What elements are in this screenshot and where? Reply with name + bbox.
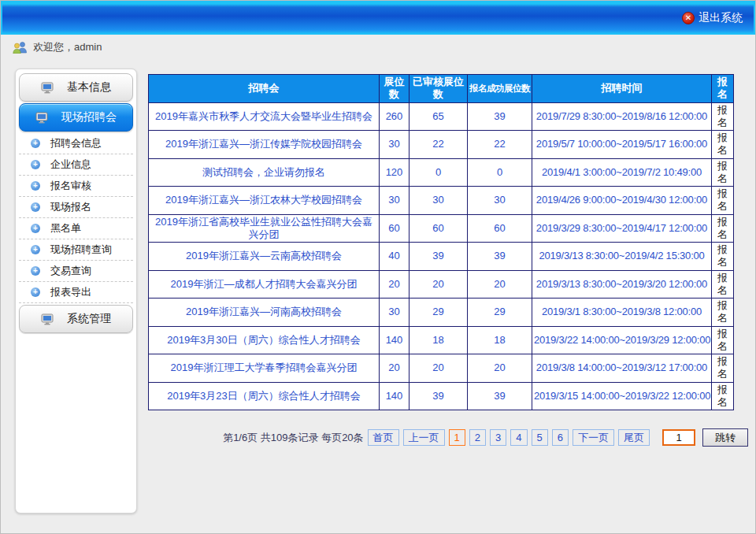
table-row: 2019年浙江嘉兴—云南高校招聘会 40 39 39 2019/3/13 8:3…	[149, 243, 734, 271]
success-count: 20	[468, 270, 532, 299]
signup-link[interactable]: 报名	[717, 104, 728, 128]
top-bar: ✕ 退出系统	[1, 1, 755, 35]
signup-link[interactable]: 报名	[717, 160, 728, 184]
fair-link[interactable]: 2019年浙江省高校毕业生就业公益性招聘大会嘉兴分团	[155, 216, 372, 240]
pagination-page-5[interactable]: 5	[532, 429, 548, 446]
signup-link[interactable]: 报名	[717, 299, 728, 324]
success-count: 18	[468, 326, 532, 354]
sidebar-item-onsite-signup[interactable]: + 现场报名	[19, 197, 133, 218]
sidebar-item-label: 系统管理	[67, 312, 111, 326]
table-row: 2019年浙江嘉兴—浙江农林大学校园招聘会 30 30 30 2019/4/26…	[149, 187, 734, 215]
sidebar-item-basic-info[interactable]: 基本信息	[19, 73, 133, 102]
fair-link[interactable]: 2019年浙江嘉兴—浙江农林大学校园招聘会	[165, 194, 362, 206]
pagination-page-3[interactable]: 3	[490, 429, 506, 446]
welcome-text: 欢迎您，admin	[33, 40, 102, 54]
pagination-last-button[interactable]: 尾页	[618, 429, 650, 446]
success-count: 39	[468, 102, 532, 131]
fair-link[interactable]: 2019年浙江嘉兴—浙江传媒学院校园招聘会	[165, 138, 362, 150]
signup-link[interactable]: 报名	[717, 272, 728, 296]
signup-link[interactable]: 报名	[717, 187, 728, 212]
table-row: 2019年浙江—成都人才招聘大会嘉兴分团 20 20 20 2019/3/13 …	[149, 270, 734, 299]
sidebar-item-system-management[interactable]: 系统管理	[19, 305, 133, 333]
sidebar-item-onsite-query[interactable]: + 现场招聘查询	[19, 239, 133, 261]
signup-link[interactable]: 报名	[717, 384, 728, 408]
booth-count: 30	[380, 299, 410, 327]
pagination-first-button[interactable]: 首页	[368, 429, 399, 446]
pagination-page-2[interactable]: 2	[469, 429, 486, 446]
recruit-time: 2019/4/1 3:00:00~2019/7/2 10:49:00	[532, 158, 712, 187]
sidebar-item-company-info[interactable]: + 企业信息	[19, 154, 133, 176]
plus-icon: +	[31, 139, 40, 148]
plus-icon: +	[31, 287, 40, 297]
pagination-page-6[interactable]: 6	[552, 429, 569, 446]
fair-link[interactable]: 2019年浙江嘉兴—河南高校招聘会	[186, 306, 342, 317]
logout-x-icon: ✕	[682, 12, 695, 24]
approved-count: 65	[410, 102, 468, 131]
fair-link[interactable]: 2019年3月23日（周六）综合性人才招聘会	[167, 390, 361, 402]
recruit-time: 2019/3/13 8:30:00~2019/4/2 15:30:00	[532, 243, 712, 271]
fair-link[interactable]: 2019年3月30日（周六）综合性人才招聘会	[167, 334, 361, 346]
fair-link[interactable]: 2019年浙江嘉兴—云南高校招聘会	[186, 250, 342, 261]
pagination-next-button[interactable]: 下一页	[573, 429, 614, 446]
fair-link[interactable]: 2019年嘉兴市秋季人才交流大会暨毕业生招聘会	[155, 110, 372, 122]
signup-link[interactable]: 报名	[717, 243, 728, 268]
booth-count: 60	[380, 214, 410, 243]
sidebar-subitem-label: 交易查询	[50, 264, 91, 278]
sidebar-item-fair-info[interactable]: + 招聘会信息	[19, 133, 133, 154]
sidebar-item-blacklist[interactable]: + 黑名单	[19, 218, 133, 239]
approved-count: 60	[410, 214, 468, 243]
booth-count: 140	[380, 326, 410, 354]
table-row: 2019年3月30日（周六）综合性人才招聘会 140 18 18 2019/3/…	[149, 326, 734, 354]
monitor-icon	[41, 82, 54, 94]
sidebar-item-onsite-fair[interactable]: 现场招聘会	[19, 103, 133, 132]
fair-link[interactable]: 2019年浙江—成都人才招聘大会嘉兴分团	[171, 278, 358, 290]
approved-count: 20	[410, 354, 468, 383]
booth-count: 120	[380, 158, 410, 187]
logout-label: 退出系统	[699, 11, 743, 25]
page-jump-input[interactable]	[662, 429, 695, 446]
fair-link[interactable]: 2019年浙江理工大学春季招聘会嘉兴分团	[171, 362, 358, 373]
signup-link[interactable]: 报名	[717, 132, 728, 156]
welcome-bar: 欢迎您，admin	[1, 35, 755, 60]
job-fair-table: 招聘会 展位数 已审核展位数 报名成功展位数 招聘时间 报名 2019年嘉兴市秋…	[148, 74, 734, 410]
page-jump-button[interactable]: 跳转	[702, 428, 748, 447]
success-count: 39	[468, 243, 532, 271]
booth-count: 40	[380, 243, 410, 271]
approved-count: 39	[410, 382, 468, 410]
signup-link[interactable]: 报名	[717, 328, 728, 352]
fair-link[interactable]: 测试招聘会，企业请勿报名	[202, 166, 325, 178]
recruit-time: 2019/3/8 14:00:00~2019/3/12 17:00:00	[532, 354, 712, 383]
pagination-prev-button[interactable]: 上一页	[403, 429, 445, 446]
sidebar-submenu: + 招聘会信息 + 企业信息 + 报名审核 + 现场报名 + 黑名单 + 现场招…	[19, 133, 133, 303]
booth-count: 20	[380, 270, 410, 299]
approved-count: 0	[410, 158, 468, 187]
signup-link[interactable]: 报名	[717, 355, 728, 380]
sidebar-item-transaction-query[interactable]: + 交易查询	[19, 261, 133, 282]
success-count: 39	[468, 382, 532, 410]
recruit-time: 2019/3/29 8:30:00~2019/4/17 12:00:00	[532, 214, 712, 243]
recruit-time: 2019/4/26 9:00:00~2019/4/30 12:00:00	[532, 187, 712, 215]
approved-count: 29	[410, 299, 468, 327]
col-header-fair: 招聘会	[149, 75, 380, 103]
plus-icon: +	[31, 245, 40, 254]
approved-count: 22	[410, 131, 468, 159]
col-header-booths: 展位数	[380, 75, 410, 103]
recruit-time: 2019/3/15 14:00:00~2019/3/22 12:00:00	[532, 382, 712, 410]
sidebar-item-report-export[interactable]: + 报表导出	[19, 282, 133, 303]
pagination-page-4[interactable]: 4	[510, 429, 527, 446]
approved-count: 39	[410, 243, 468, 271]
table-row: 2019年浙江嘉兴—浙江传媒学院校园招聘会 30 22 22 2019/5/7 …	[149, 131, 734, 159]
sidebar-item-signup-review[interactable]: + 报名审核	[19, 176, 133, 197]
signup-link[interactable]: 报名	[717, 216, 728, 240]
booth-count: 30	[380, 131, 410, 159]
recruit-time: 2019/3/13 8:30:00~2019/3/20 12:00:00	[532, 270, 712, 299]
table-row: 2019年嘉兴市秋季人才交流大会暨毕业生招聘会 260 65 39 2019/7…	[149, 102, 734, 131]
main-content: 招聘会 展位数 已审核展位数 报名成功展位数 招聘时间 报名 2019年嘉兴市秋…	[148, 74, 733, 447]
sidebar-subitem-label: 企业信息	[50, 158, 91, 172]
approved-count: 20	[410, 270, 468, 299]
booth-count: 30	[380, 187, 410, 215]
logout-button[interactable]: ✕ 退出系统	[682, 1, 743, 35]
col-header-time: 招聘时间	[532, 75, 712, 103]
recruit-time: 2019/3/22 14:00:00~2019/3/29 12:00:00	[532, 326, 712, 354]
fair-table-body: 2019年嘉兴市秋季人才交流大会暨毕业生招聘会 260 65 39 2019/7…	[149, 102, 734, 410]
